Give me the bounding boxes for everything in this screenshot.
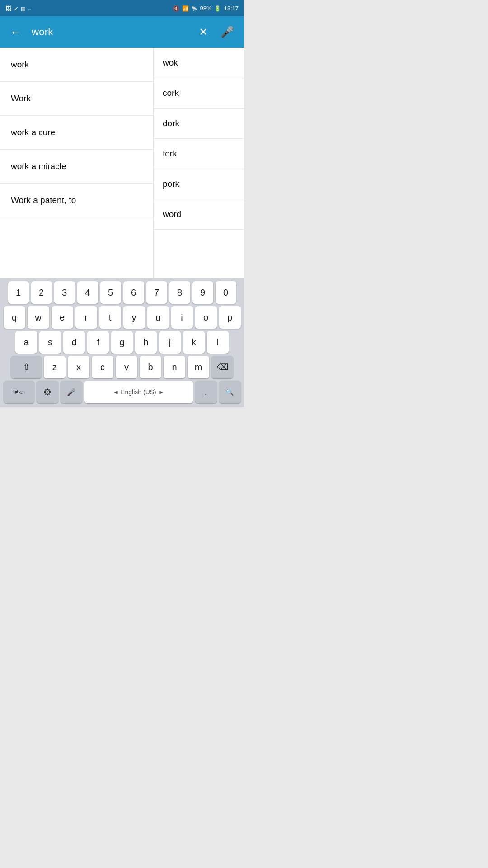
key-i[interactable]: i bbox=[171, 306, 193, 329]
symbols-key[interactable]: !#☺ bbox=[4, 381, 34, 403]
right-suggestion-item[interactable]: cork bbox=[154, 78, 244, 108]
key-5[interactable]: 5 bbox=[100, 281, 121, 304]
back-button[interactable]: ← bbox=[7, 23, 24, 42]
shift-key[interactable] bbox=[11, 356, 42, 378]
key-a[interactable]: a bbox=[15, 331, 37, 354]
key-t[interactable]: t bbox=[99, 306, 121, 329]
right-suggestion-item[interactable]: dork bbox=[154, 108, 244, 139]
status-bar: 98% 13:17 bbox=[0, 0, 244, 16]
back-arrow-icon: ← bbox=[10, 25, 22, 39]
key-s[interactable]: s bbox=[39, 331, 61, 354]
suggestion-item[interactable]: Work bbox=[0, 82, 153, 116]
key-3[interactable]: 3 bbox=[54, 281, 75, 304]
check-icon bbox=[14, 5, 18, 12]
key-9[interactable]: 9 bbox=[192, 281, 213, 304]
settings-icon: ⚙ bbox=[43, 387, 52, 397]
dots-icon bbox=[28, 5, 31, 12]
backspace-icon bbox=[217, 362, 228, 372]
search-bar: ← work ✕ 🎤 bbox=[0, 16, 244, 48]
key-b[interactable]: b bbox=[140, 356, 161, 378]
key-4[interactable]: 4 bbox=[77, 281, 98, 304]
key-7[interactable]: 7 bbox=[146, 281, 167, 304]
key-j[interactable]: j bbox=[159, 331, 181, 354]
keyboard: 1 2 3 4 5 6 7 8 9 0 q w e r t y u i o p … bbox=[0, 278, 244, 407]
key-h[interactable]: h bbox=[135, 331, 157, 354]
close-icon: ✕ bbox=[199, 26, 208, 38]
key-c[interactable]: c bbox=[92, 356, 113, 378]
battery-percent: 98% bbox=[200, 5, 211, 12]
key-2[interactable]: 2 bbox=[31, 281, 52, 304]
zxcv-row: z x c v b n m bbox=[2, 356, 242, 378]
key-x[interactable]: x bbox=[68, 356, 89, 378]
key-o[interactable]: o bbox=[195, 306, 217, 329]
status-left-icons bbox=[5, 5, 31, 12]
key-z[interactable]: z bbox=[44, 356, 66, 378]
delete-key[interactable] bbox=[211, 356, 233, 378]
right-suggestion-item[interactable]: pork bbox=[154, 169, 244, 199]
key-g[interactable]: g bbox=[111, 331, 133, 354]
key-v[interactable]: v bbox=[116, 356, 137, 378]
settings-key[interactable]: ⚙ bbox=[37, 381, 58, 403]
suggestion-item[interactable]: Work a patent, to bbox=[0, 184, 153, 217]
number-row: 1 2 3 4 5 6 7 8 9 0 bbox=[2, 281, 242, 304]
search-input[interactable]: work bbox=[32, 26, 189, 38]
asdf-row: a s d f g h j k l bbox=[2, 331, 242, 354]
qwerty-row: q w e r t y u i o p bbox=[2, 306, 242, 329]
signal-icon bbox=[192, 5, 197, 12]
key-1[interactable]: 1 bbox=[8, 281, 29, 304]
search-key-icon: 🔍 bbox=[226, 388, 234, 396]
clear-button[interactable]: ✕ bbox=[196, 23, 211, 41]
mute-icon bbox=[173, 5, 179, 12]
key-u[interactable]: u bbox=[147, 306, 169, 329]
key-y[interactable]: y bbox=[123, 306, 145, 329]
status-right-icons: 98% 13:17 bbox=[173, 5, 239, 12]
key-r[interactable]: r bbox=[75, 306, 97, 329]
key-f[interactable]: f bbox=[87, 331, 109, 354]
key-q[interactable]: q bbox=[4, 306, 25, 329]
key-d[interactable]: d bbox=[63, 331, 85, 354]
key-p[interactable]: p bbox=[219, 306, 241, 329]
suggestion-item[interactable]: work a cure bbox=[0, 116, 153, 150]
suggestion-item[interactable]: work bbox=[0, 48, 153, 82]
right-suggestions-list: wok cork dork fork pork word bbox=[154, 48, 244, 278]
bottom-row: !#☺ ⚙ 🎤 ◄ English (US) ► . 🔍 bbox=[2, 381, 242, 403]
right-suggestion-item[interactable]: word bbox=[154, 199, 244, 230]
mic-small-key[interactable]: 🎤 bbox=[61, 381, 82, 403]
dot-key[interactable]: . bbox=[195, 381, 217, 403]
key-8[interactable]: 8 bbox=[169, 281, 190, 304]
key-m[interactable]: m bbox=[188, 356, 209, 378]
key-n[interactable]: n bbox=[164, 356, 185, 378]
mic-icon: 🎤 bbox=[221, 26, 234, 38]
right-suggestion-item[interactable]: wok bbox=[154, 48, 244, 78]
key-e[interactable]: e bbox=[52, 306, 73, 329]
lang-left-icon: ◄ bbox=[113, 388, 119, 396]
left-suggestions-list: work Work work a cure work a miracle Wor… bbox=[0, 48, 154, 278]
sim-icon bbox=[21, 5, 25, 12]
mic-button[interactable]: 🎤 bbox=[218, 23, 237, 41]
search-key[interactable]: 🔍 bbox=[219, 381, 241, 403]
wifi-icon bbox=[182, 5, 189, 12]
key-w[interactable]: w bbox=[28, 306, 49, 329]
content-area: work Work work a cure work a miracle Wor… bbox=[0, 48, 244, 278]
clock: 13:17 bbox=[224, 5, 239, 12]
image-icon bbox=[5, 5, 11, 12]
suggestion-item[interactable]: work a miracle bbox=[0, 150, 153, 184]
right-suggestion-item[interactable]: fork bbox=[154, 139, 244, 169]
mic-small-icon: 🎤 bbox=[67, 388, 76, 396]
battery-icon bbox=[214, 5, 221, 12]
key-6[interactable]: 6 bbox=[123, 281, 144, 304]
lang-right-icon: ► bbox=[158, 388, 164, 396]
key-l[interactable]: l bbox=[207, 331, 229, 354]
language-label: English (US) bbox=[121, 388, 156, 396]
key-0[interactable]: 0 bbox=[216, 281, 236, 304]
shift-icon bbox=[23, 362, 30, 372]
key-k[interactable]: k bbox=[183, 331, 205, 354]
space-key[interactable]: ◄ English (US) ► bbox=[84, 381, 193, 403]
